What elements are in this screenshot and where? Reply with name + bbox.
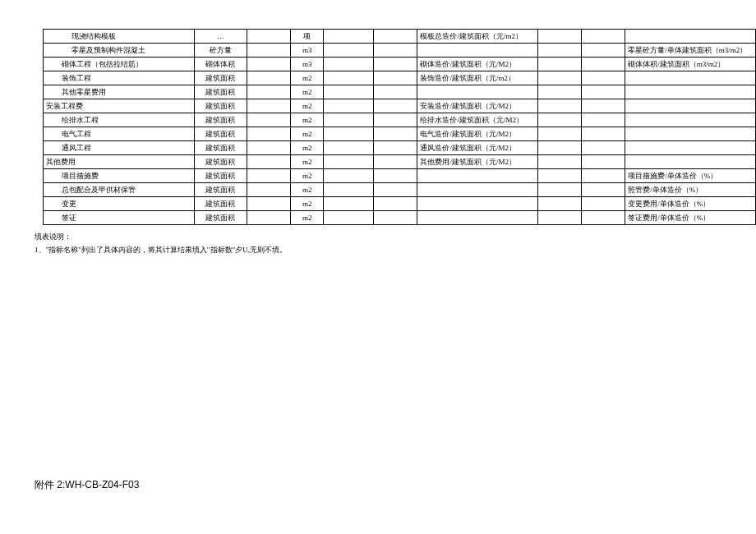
empty-cell: [537, 30, 581, 44]
empty-cell: [374, 44, 417, 58]
unit-cell: m2: [291, 85, 324, 99]
empty-cell: [537, 211, 581, 225]
empty-cell: [374, 99, 417, 113]
indicator1-cell: [417, 85, 537, 99]
indicator1-cell: 电气造价/建筑面积（元/M2）: [417, 127, 537, 141]
indicator1-cell: 装饰造价/建筑面积（元/m2）: [417, 71, 537, 85]
empty-cell: [247, 141, 290, 155]
basis-cell: 砼方量: [194, 44, 247, 58]
basis-cell: 建筑面积: [194, 113, 247, 127]
empty-cell: [374, 30, 417, 44]
indicator1-cell: 砌体造价/建筑面积（元/M2）: [417, 58, 537, 71]
item-name-cell: 给排水工程: [44, 113, 195, 127]
indicator1-cell: 给排水造价/建筑面积（元/M2）: [417, 113, 537, 127]
empty-cell: [582, 30, 625, 44]
item-name-cell: 电气工程: [44, 127, 195, 141]
empty-cell: [374, 211, 417, 225]
empty-cell: [374, 141, 417, 155]
item-name-cell: 装饰工程: [44, 71, 195, 85]
empty-cell: [324, 141, 374, 155]
empty-cell: [537, 197, 581, 211]
item-name-cell: 项目措施费: [44, 169, 195, 183]
empty-cell: [374, 169, 417, 183]
table-row: 总包配合及甲供材保管建筑面积m2照管费/单体造价（%）: [44, 183, 756, 197]
empty-cell: [247, 71, 290, 85]
table-row: 项目措施费建筑面积m2项目措施费/单体造价（%）: [44, 169, 756, 183]
empty-cell: [582, 58, 625, 71]
empty-cell: [324, 71, 374, 85]
indicator2-cell: [625, 85, 756, 99]
empty-cell: [247, 113, 290, 127]
empty-cell: [582, 127, 625, 141]
empty-cell: [324, 58, 374, 71]
notes-title: 填表说明：: [35, 230, 756, 243]
empty-cell: [582, 197, 625, 211]
attachment-footer: 附件 2:WH-CB-Z04-F03: [35, 478, 756, 492]
indicator1-cell: [417, 211, 537, 225]
indicator1-cell: 安装造价/建筑面积（元/M2）: [417, 99, 537, 113]
unit-cell: m2: [291, 197, 324, 211]
empty-cell: [324, 127, 374, 141]
unit-cell: m2: [291, 155, 324, 169]
unit-cell: m3: [291, 44, 324, 58]
indicator1-cell: 其他费用/建筑面积（元/M2）: [417, 155, 537, 169]
table-row: 砌体工程（包括拉结筋）砌体体积m3砌体造价/建筑面积（元/M2）砌体体积/建筑面…: [44, 58, 756, 71]
empty-cell: [582, 141, 625, 155]
empty-cell: [582, 44, 625, 58]
empty-cell: [324, 183, 374, 197]
item-name-cell: 砌体工程（包括拉结筋）: [44, 58, 195, 71]
indicator1-cell: 模板总造价/建筑面积（元/m2）: [417, 30, 537, 44]
empty-cell: [324, 44, 374, 58]
empty-cell: [247, 197, 290, 211]
empty-cell: [374, 183, 417, 197]
empty-cell: [247, 155, 290, 169]
indicator2-cell: 砌体体积/建筑面积（m3/m2）: [625, 58, 756, 71]
unit-cell: m2: [291, 99, 324, 113]
empty-cell: [582, 211, 625, 225]
indicator1-cell: [417, 183, 537, 197]
empty-cell: [582, 169, 625, 183]
empty-cell: [537, 183, 581, 197]
empty-cell: [247, 30, 290, 44]
indicator2-cell: 照管费/单体造价（%）: [625, 183, 756, 197]
unit-cell: m2: [291, 71, 324, 85]
item-name-cell: 通风工程: [44, 141, 195, 155]
unit-cell: 项: [291, 30, 324, 44]
empty-cell: [537, 155, 581, 169]
basis-cell: 建筑面积: [194, 127, 247, 141]
empty-cell: [324, 169, 374, 183]
empty-cell: [582, 183, 625, 197]
indicator1-cell: [417, 169, 537, 183]
table-row: 装饰工程建筑面积m2装饰造价/建筑面积（元/m2）: [44, 71, 756, 85]
empty-cell: [324, 211, 374, 225]
table-row: 签证建筑面积m2签证费用/单体造价（%）: [44, 211, 756, 225]
basis-cell: 砌体体积: [194, 58, 247, 71]
unit-cell: m3: [291, 58, 324, 71]
empty-cell: [582, 155, 625, 169]
item-name-cell: 变更: [44, 197, 195, 211]
table-row: 变更建筑面积m2变更费用/单体造价（%）: [44, 197, 756, 211]
table-row: 电气工程建筑面积m2电气造价/建筑面积（元/M2）: [44, 127, 756, 141]
indicator2-cell: 零星砼方量/单体建筑面积（m3/m2）: [625, 44, 756, 58]
empty-cell: [247, 183, 290, 197]
empty-cell: [537, 169, 581, 183]
indicator1-cell: [417, 44, 537, 58]
empty-cell: [247, 44, 290, 58]
table-row: 安装工程费建筑面积m2安装造价/建筑面积（元/M2）: [44, 99, 756, 113]
empty-cell: [247, 99, 290, 113]
empty-cell: [247, 85, 290, 99]
table-row: 给排水工程建筑面积m2给排水造价/建筑面积（元/M2）: [44, 113, 756, 127]
indicator2-cell: [625, 99, 756, 113]
indicator2-cell: [625, 155, 756, 169]
basis-cell: 建筑面积: [194, 141, 247, 155]
indicator2-cell: 变更费用/单体造价（%）: [625, 197, 756, 211]
cost-indicator-table: 现浇结构模板…项模板总造价/建筑面积（元/m2）零星及预制构件混凝土砼方量m3零…: [43, 29, 756, 225]
empty-cell: [247, 127, 290, 141]
item-name-cell: 现浇结构模板: [44, 30, 195, 44]
empty-cell: [537, 44, 581, 58]
empty-cell: [582, 85, 625, 99]
table-notes: 填表说明： 1、"指标名称"列出了具体内容的，将其计算结果填入"指标数"夕U,无…: [35, 230, 756, 256]
item-name-cell: 总包配合及甲供材保管: [44, 183, 195, 197]
item-name-cell: 零星及预制构件混凝土: [44, 44, 195, 58]
empty-cell: [374, 71, 417, 85]
